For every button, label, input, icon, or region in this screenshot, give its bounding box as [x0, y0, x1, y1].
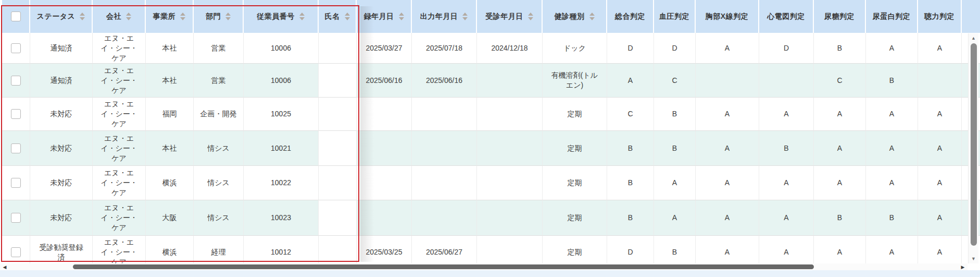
cell-exam_date [477, 64, 543, 98]
cell-hearing: A [918, 33, 962, 64]
cell-blood_pressure: A [654, 166, 696, 200]
row-checkbox[interactable] [11, 143, 21, 153]
column-header-output_date[interactable]: 出力年月日 [412, 0, 477, 33]
cell-department: 情シス [194, 200, 244, 236]
cell-office: 本社 [146, 64, 194, 98]
cell-exam_date: 2024/12/18 [477, 33, 543, 64]
cell-company: エヌ・エイ・シー・ケア [93, 64, 146, 98]
cell-chest_xray: A [696, 98, 759, 131]
select-all-checkbox[interactable] [11, 11, 21, 21]
cell-exam_type: ドック [543, 33, 607, 64]
cell-output_date: 2025/07/18 [412, 33, 477, 64]
cell-office: 本社 [146, 33, 194, 64]
scroll-right-arrow-icon[interactable]: ▶ [959, 263, 966, 270]
column-header-exam_type[interactable]: 健診種別 [543, 0, 607, 33]
horizontal-scrollbar[interactable]: ◀ ▶ [0, 263, 968, 270]
column-label: ステータス [37, 12, 76, 21]
column-header-exam_date[interactable]: 受診年月日 [477, 0, 543, 33]
cell-ecg: D [759, 33, 814, 64]
cell-name [319, 200, 357, 236]
sort-icon [589, 13, 595, 20]
column-header-overall: 総合判定 [607, 0, 654, 33]
sort-icon [462, 13, 468, 20]
table-header-row: ステータス会社事業所部門従業員番号氏名録年月日出力年月日受診年月日健診種別総合判… [2, 0, 980, 33]
cell-office: 横浜 [146, 166, 194, 200]
column-header-company[interactable]: 会社 [93, 0, 146, 33]
cell-name [319, 131, 357, 166]
row-select-cell [2, 33, 30, 64]
scroll-down-arrow-icon[interactable]: ▼ [969, 255, 978, 262]
column-header-employee_no[interactable]: 従業員番号 [244, 0, 319, 33]
cell-ecg: A [759, 98, 814, 131]
column-label: 総合判定 [615, 12, 645, 21]
cell-name [319, 33, 357, 64]
table-row: 未対応エヌ・エイ・シー・ケア大阪情シス10023定期BAAABBA [2, 200, 980, 236]
row-select-cell [2, 64, 30, 98]
cell-office: 大阪 [146, 200, 194, 236]
column-label: 会社 [106, 12, 121, 21]
cell-name [319, 166, 357, 200]
cell-blood_pressure: C [654, 64, 696, 98]
cell-hearing [918, 64, 962, 98]
cell-overall: C [607, 98, 654, 131]
sort-icon [528, 13, 533, 20]
column-label: 尿蛋白判定 [873, 12, 911, 21]
row-checkbox[interactable] [11, 178, 21, 188]
cell-company: エヌ・エイ・シー・ケア [93, 166, 146, 200]
cell-office: 福岡 [146, 98, 194, 131]
sort-icon [180, 13, 185, 20]
cell-employee_no: 10023 [244, 200, 319, 236]
sort-icon [299, 13, 305, 20]
row-checkbox[interactable] [11, 247, 21, 257]
cell-urine_protein: A [866, 131, 918, 166]
select-all-header[interactable] [2, 0, 30, 33]
row-checkbox[interactable] [11, 109, 21, 119]
scroll-up-arrow-icon[interactable]: ▲ [969, 34, 978, 42]
cell-blood_pressure: A [654, 200, 696, 236]
row-select-cell [2, 166, 30, 200]
cell-urine_protein: A [866, 98, 918, 131]
column-header-department[interactable]: 部門 [194, 0, 244, 33]
row-checkbox[interactable] [11, 43, 21, 53]
cell-chest_xray: A [696, 200, 759, 236]
cell-company: エヌ・エイ・シー・ケア [93, 98, 146, 131]
cell-company: エヌ・エイ・シー・ケア [93, 200, 146, 236]
horizontal-scrollbar-thumb[interactable] [73, 264, 814, 269]
cell-blood_pressure: B [654, 98, 696, 131]
sort-icon [399, 13, 404, 20]
column-header-blood_pressure: 血圧判定 [654, 0, 696, 33]
cell-name [319, 98, 357, 131]
cell-urine_protein: A [866, 33, 918, 64]
column-header-office[interactable]: 事業所 [146, 0, 194, 33]
cell-chest_xray: A [696, 33, 759, 64]
row-checkbox[interactable] [11, 76, 21, 86]
column-header-status[interactable]: ステータス [30, 0, 93, 33]
cell-overall: B [607, 131, 654, 166]
row-checkbox[interactable] [11, 213, 21, 223]
sort-icon [126, 13, 131, 20]
cell-department: 営業 [194, 33, 244, 64]
cell-status: 未対応 [30, 131, 93, 166]
cell-urine_protein: A [866, 166, 918, 200]
column-header-hearing: 聴力判定 [918, 0, 962, 33]
cell-department: 営業 [194, 64, 244, 98]
cell-exam_date [477, 166, 543, 200]
cell-ecg [759, 64, 814, 98]
vertical-scrollbar[interactable]: ▲ ▼ [968, 33, 978, 263]
column-header-urine_protein: 尿蛋白判定 [866, 0, 918, 33]
cell-output_date: 2025/06/16 [412, 64, 477, 98]
scrollbar-corner [968, 263, 980, 270]
column-label: 心電図判定 [767, 12, 805, 21]
column-label: 健診種別 [555, 12, 585, 21]
frozen-pane-shadow [360, 6, 374, 262]
cell-exam_date [477, 131, 543, 166]
cell-department: 企画・開発 [194, 98, 244, 131]
cell-exam_date [477, 200, 543, 236]
vertical-scrollbar-thumb[interactable] [971, 43, 977, 246]
column-header-name[interactable]: 氏名 [319, 0, 357, 33]
cell-urine_sugar: B [814, 200, 866, 236]
cell-hearing: A [918, 131, 962, 166]
scroll-left-arrow-icon[interactable]: ◀ [1, 263, 8, 270]
cell-hearing: A [918, 166, 962, 200]
cell-status: 通知済 [30, 33, 93, 64]
